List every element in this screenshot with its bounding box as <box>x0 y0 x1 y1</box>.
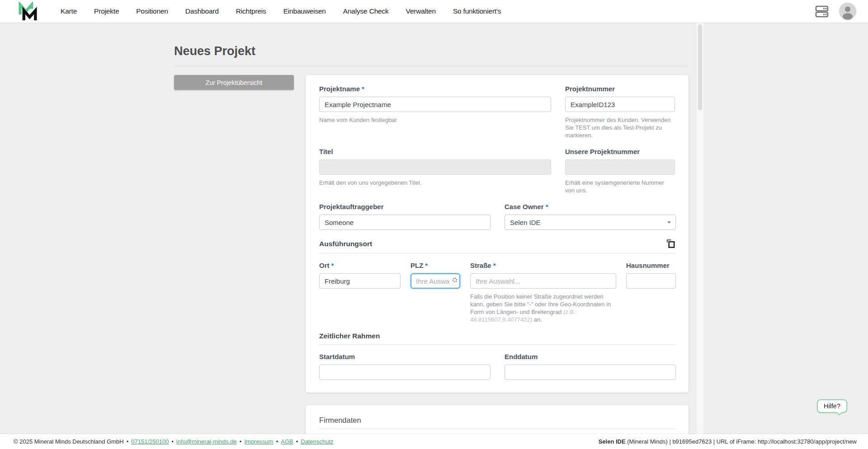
zeitlicher-rahmen-title: Zeitlicher Rahmen <box>319 332 380 340</box>
startdatum-label: Startdatum <box>319 353 491 360</box>
footer-separator: • <box>171 438 174 445</box>
chevron-down-icon <box>667 221 671 224</box>
enddatum-input[interactable] <box>505 365 676 380</box>
loading-spinner-icon <box>453 278 457 282</box>
ausfuehrungsort-section-header: Ausführungsort <box>319 239 676 253</box>
projektnummer-input[interactable] <box>565 97 675 112</box>
footer-separator: • <box>240 438 242 445</box>
case-owner-label: Case Owner* <box>505 203 676 210</box>
page-title: Neues Projekt <box>174 43 689 59</box>
projektnummer-helper: Projektnummer des Kunden. Verwenden Sie … <box>565 116 675 139</box>
ort-label: Ort* <box>319 262 401 269</box>
ort-input[interactable] <box>319 273 401 289</box>
enddatum-label: Enddatum <box>505 353 676 360</box>
nav-item-positionen[interactable]: Positionen <box>136 7 168 15</box>
copy-icon <box>665 239 676 249</box>
session-details: (Mineral Minds) | b91695ed7623 | URL of … <box>626 438 857 445</box>
ort-label-text: Ort <box>319 262 330 269</box>
copyright-text: © 2025 Mineral Minds Deutschland GmbH <box>14 438 124 445</box>
project-overview-button[interactable]: Zur Projektübersicht <box>174 75 294 90</box>
startdatum-input[interactable] <box>319 365 491 380</box>
nav-item-analyse-check[interactable]: Analyse Check <box>343 7 389 15</box>
page-footer: © 2025 Mineral Minds Deutschland GmbH • … <box>0 434 868 449</box>
brand-logo-icon <box>17 2 38 21</box>
case-owner-label-text: Case Owner <box>505 203 544 210</box>
projektnummer-label: Projektnummer <box>565 85 675 93</box>
plz-label: PLZ* <box>410 262 460 269</box>
scrollbar-thumb[interactable] <box>698 24 702 110</box>
main-menu: Karte Projekte Positionen Dashboard Rich… <box>61 7 501 15</box>
projektauftraggeber-label: Projektauftraggeber <box>319 203 491 210</box>
footer-separator: • <box>296 438 298 445</box>
firmendaten-section-header: Firmendaten <box>319 416 676 429</box>
session-user: Selen IDE <box>599 438 626 445</box>
help-button-label: Hilfe? <box>824 402 840 410</box>
unsere-projektnummer-helper: Erhält eine systemgenerierte Nummer von … <box>565 179 675 194</box>
unsere-projektnummer-input <box>565 159 675 175</box>
hausnummer-label: Hausnummer <box>626 262 676 269</box>
projektname-input[interactable] <box>319 97 551 112</box>
help-button[interactable]: Hilfe? <box>817 399 847 413</box>
strasse-input[interactable] <box>470 273 616 289</box>
session-info: Selen IDE (Mineral Minds) | b91695ed7623… <box>599 438 857 445</box>
projektauftraggeber-input[interactable] <box>319 215 491 230</box>
title-divider <box>174 66 689 66</box>
footer-separator: • <box>127 438 129 445</box>
titel-label: Titel <box>319 148 551 155</box>
projektname-label: Projektname* <box>319 85 551 93</box>
titel-helper: Erhält den von uns vorgegebenen Titel. <box>319 179 551 187</box>
server-icon[interactable] <box>815 4 829 19</box>
case-owner-value: Selen IDE <box>510 219 541 226</box>
copy-location-button[interactable] <box>665 239 676 249</box>
plz-label-text: PLZ <box>410 262 423 269</box>
user-avatar-icon[interactable] <box>839 3 856 20</box>
required-asterisk: * <box>331 262 334 269</box>
hausnummer-input[interactable] <box>626 273 676 289</box>
top-navbar: Karte Projekte Positionen Dashboard Rich… <box>0 0 868 23</box>
project-form-card: Projektname* Name vom Kunden festlegbar … <box>306 75 689 393</box>
nav-item-verwalten[interactable]: Verwalten <box>406 7 436 15</box>
strasse-label: Straße* <box>470 262 616 269</box>
footer-link-phone[interactable]: 07151/250100 <box>131 438 169 445</box>
unsere-projektnummer-label: Unsere Projektnummer <box>565 148 675 155</box>
titel-input <box>319 159 551 175</box>
nav-item-projekte[interactable]: Projekte <box>94 7 119 15</box>
strasse-helper: Falls die Position keiner Straße zugeord… <box>470 293 616 323</box>
zeitlicher-rahmen-section-header: Zeitlicher Rahmen <box>319 332 676 345</box>
strasse-helper-suffix: an. <box>532 316 542 323</box>
required-asterisk: * <box>362 85 364 93</box>
footer-link-email[interactable]: info@mineral-minds.de <box>176 438 237 445</box>
footer-link-impressum[interactable]: Impressum <box>244 438 273 445</box>
strasse-label-text: Straße <box>470 262 491 269</box>
projektname-label-text: Projektname <box>319 85 360 93</box>
brand-logo[interactable] <box>17 2 38 21</box>
navbar-right <box>815 3 856 20</box>
nav-item-karte[interactable]: Karte <box>61 7 77 15</box>
nav-item-richtpreis[interactable]: Richtpreis <box>236 7 266 15</box>
required-asterisk: * <box>493 262 496 269</box>
footer-link-agb[interactable]: AGB <box>281 438 293 445</box>
nav-item-so-funktionierts[interactable]: So funktioniert's <box>453 7 501 15</box>
footer-link-datenschutz[interactable]: Datenschutz <box>301 438 333 445</box>
required-asterisk: * <box>546 203 548 210</box>
page-body: Neues Projekt Zur Projektübersicht Proje… <box>0 23 868 449</box>
projektname-helper: Name vom Kunden festlegbar <box>319 116 551 124</box>
footer-left: © 2025 Mineral Minds Deutschland GmbH • … <box>14 438 334 445</box>
nav-item-einbauweisen[interactable]: Einbauweisen <box>283 7 326 15</box>
iframe-scrollbar[interactable] <box>697 23 703 434</box>
case-owner-select[interactable]: Selen IDE <box>505 215 676 230</box>
required-asterisk: * <box>425 262 428 269</box>
ausfuehrungsort-title: Ausführungsort <box>319 240 372 248</box>
firmendaten-title: Firmendaten <box>319 416 361 425</box>
strasse-helper-main: Falls die Position keiner Straße zugeord… <box>470 293 611 315</box>
nav-item-dashboard[interactable]: Dashboard <box>185 7 219 15</box>
footer-separator: • <box>276 438 278 445</box>
